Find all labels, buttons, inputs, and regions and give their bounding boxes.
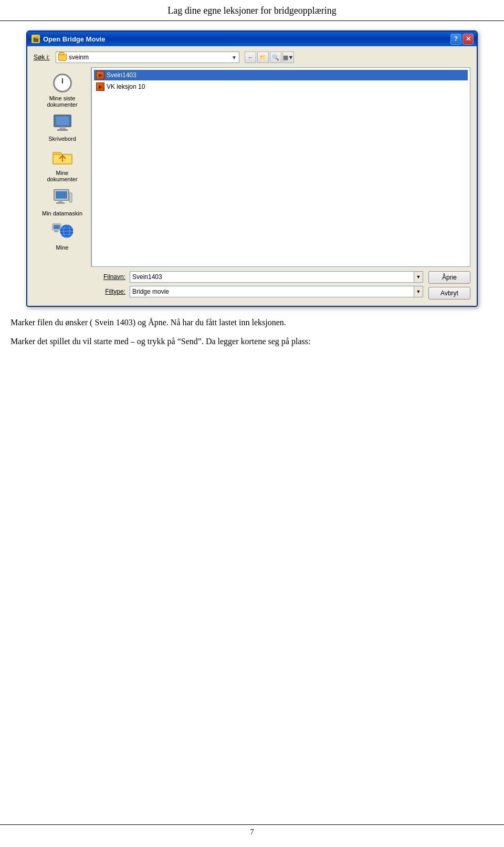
sidebar-item-documents-label: Mine dokumenter [41, 170, 84, 182]
location-text: sveinm [69, 54, 229, 61]
movie-file-icon-2: ▶ [96, 82, 104, 91]
dialog-body: Søk i: sveinm ▼ ← 📁 🔍 ▦▼ [27, 46, 477, 306]
open-button[interactable]: Åpne [428, 271, 470, 284]
help-button[interactable]: ? [450, 34, 461, 45]
dialog-title-label: Open Bridge Movie [43, 35, 105, 43]
open-dialog: 🎬 Open Bridge Movie ? ✕ Søk i: sveinm ▼ … [26, 30, 478, 307]
cancel-button[interactable]: Avbryt [428, 287, 470, 299]
left-panel: Mine siste dokumenter Skri [34, 67, 91, 267]
svg-rect-12 [54, 225, 60, 229]
nav-back-button[interactable]: ← [245, 51, 256, 63]
filetype-row: Filtype: ▼ [91, 286, 423, 297]
folder-svg [52, 148, 73, 167]
sidebar-item-network-label: Mine [56, 244, 69, 251]
file-item-vkleksjon10[interactable]: ▶ VK leksjon 10 [94, 81, 468, 92]
svg-rect-10 [69, 193, 72, 202]
filename-input[interactable] [130, 273, 414, 281]
svg-rect-14 [54, 231, 58, 232]
sidebar-item-desktop-label: Skrivebord [48, 136, 76, 142]
sidebar-item-recent[interactable]: Mine siste dokumenter [39, 70, 86, 110]
filetype-label: Filtype: [91, 288, 125, 295]
desktop-svg [52, 114, 73, 133]
bottom-fields-col: Filnavn: ▼ Filtype: ▼ [91, 271, 423, 297]
sidebar-item-computer-label: Min datamaskin [42, 210, 82, 216]
dialog-controls: ? ✕ [450, 34, 474, 45]
toolbar-row: Søk i: sveinm ▼ ← 📁 🔍 ▦▼ [34, 51, 470, 63]
bottom-fields-and-btns: Filnavn: ▼ Filtype: ▼ [91, 271, 470, 299]
recent-icon [52, 73, 73, 94]
body-paragraph-1: Marker filen du ønsker ( Svein 1403) og … [10, 316, 494, 329]
filename-label: Filnavn: [91, 273, 125, 281]
network-icon [52, 222, 73, 243]
search-label: Søk i: [34, 54, 52, 61]
dialog-titlebar: 🎬 Open Bridge Movie ? ✕ [27, 32, 477, 46]
bottom-fields-row: Filnavn: ▼ Filtype: ▼ [34, 271, 470, 299]
sidebar-item-network[interactable]: Mine [39, 220, 86, 253]
svg-rect-8 [58, 200, 62, 202]
computer-icon [52, 188, 73, 209]
filetype-input[interactable] [130, 288, 414, 295]
folder-icon [58, 54, 67, 61]
page-number: 7 [250, 828, 254, 836]
sidebar-item-documents[interactable]: Mine dokumenter [39, 145, 86, 184]
filename-dropdown-btn[interactable]: ▼ [414, 272, 423, 282]
page-footer: 7 [0, 824, 504, 836]
dialog-title-area: 🎬 Open Bridge Movie [32, 35, 105, 43]
documents-icon [52, 147, 73, 168]
sidebar-item-desktop[interactable]: Skrivebord [39, 111, 86, 144]
close-button[interactable]: ✕ [463, 34, 474, 45]
nav-up-button[interactable]: 📁 [257, 51, 269, 63]
filename-row: Filnavn: ▼ [91, 271, 423, 283]
location-dropdown[interactable]: sveinm ▼ [56, 51, 239, 63]
page-title: Lag dine egne leksjoner for bridgeopplær… [0, 0, 504, 21]
svg-rect-9 [56, 202, 65, 204]
file-item-vkleksjon10-label: VK leksjon 10 [107, 83, 145, 90]
file-list-panel: ▶ Svein1403 ▶ VK leksjon 10 [91, 67, 470, 267]
network-svg [52, 223, 73, 242]
nav-views-button[interactable]: ▦▼ [282, 51, 294, 63]
svg-rect-2 [59, 127, 66, 129]
svg-rect-7 [56, 191, 67, 199]
svg-rect-13 [55, 230, 57, 231]
filename-input-wrap[interactable]: ▼ [130, 271, 423, 283]
movie-file-icon: ▶ [96, 71, 104, 79]
dialog-action-buttons: Åpne Avbryt [428, 271, 470, 299]
file-item-svein1403[interactable]: ▶ Svein1403 [94, 70, 468, 80]
toolbar-buttons: ← 📁 🔍 ▦▼ [245, 51, 294, 63]
file-item-svein1403-label: Svein1403 [107, 71, 136, 79]
dropdown-arrow-icon: ▼ [232, 55, 237, 60]
computer-svg [52, 189, 73, 208]
sidebar-item-recent-label: Mine siste dokumenter [41, 95, 84, 108]
svg-rect-1 [56, 117, 69, 125]
dialog-title-icon: 🎬 [32, 35, 40, 43]
svg-rect-3 [57, 129, 68, 131]
nav-search-button[interactable]: 🔍 [270, 51, 281, 63]
desktop-icon [52, 113, 73, 134]
filetype-input-wrap[interactable]: ▼ [130, 286, 423, 297]
sidebar-item-computer[interactable]: Min datamaskin [39, 185, 86, 219]
dialog-main: Mine siste dokumenter Skri [34, 67, 470, 267]
body-paragraph-2: Marker det spillet du vil starte med – o… [10, 335, 494, 348]
filetype-dropdown-btn[interactable]: ▼ [414, 286, 423, 297]
